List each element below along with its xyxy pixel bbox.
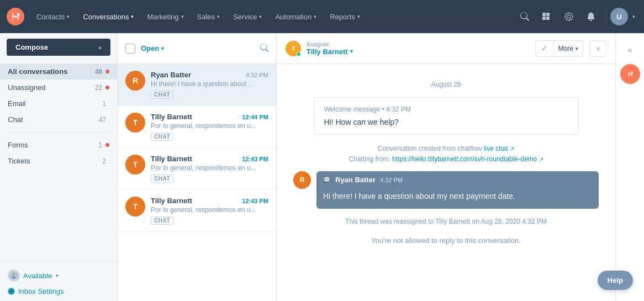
conv-item-3[interactable]: T Tilly Barnett 12:43 PM Por lo general,…: [118, 190, 276, 232]
conv-avatar: T: [125, 197, 145, 216]
chat-bubble: 💬 Ryan Batter 4:32 PM Hi there! I have a…: [316, 171, 599, 209]
date-divider: August 28: [293, 81, 599, 88]
sidebar-item-tickets[interactable]: Tickets 2: [0, 153, 117, 169]
unread-dot: [105, 143, 109, 147]
chevron-down-icon: ▾: [350, 49, 353, 54]
more-button[interactable]: More ▾: [554, 40, 583, 57]
welcome-message-header: Welcome message • 4:32 PM: [324, 105, 568, 113]
inbox-settings-link[interactable]: Inbox Settings: [8, 284, 109, 295]
chevron-down-icon: ▾: [576, 46, 578, 51]
chat-bubble-row: R 💬 Ryan Batter 4:32 PM Hi there! I have…: [293, 171, 599, 209]
sidebar-divider: [8, 132, 109, 133]
welcome-message-text: Hi! How can we help?: [324, 118, 568, 126]
assignee-name-dropdown[interactable]: Tilly Barnett ▾: [307, 47, 353, 56]
conv-item-2[interactable]: T Tilly Barnett 12:43 PM Por lo general,…: [118, 148, 276, 190]
conv-item-0[interactable]: R Ryan Batter 4:32 PM Hi there! I have a…: [118, 64, 276, 106]
status-filter-dropdown[interactable]: Open ▾: [141, 44, 164, 52]
external-link-icon: ↗: [539, 156, 543, 162]
chat-body: August 28 Welcome message • 4:32 PM Hi! …: [277, 64, 615, 301]
bubble-text: Hi there! I have a question about my nex…: [316, 187, 599, 209]
sidebar-item-email[interactable]: Email 1: [0, 96, 117, 112]
chevron-down-icon: ▾: [67, 14, 70, 19]
unread-dot: [105, 86, 109, 89]
sidebar-item-all-conversations[interactable]: All conversations 48: [0, 64, 117, 80]
chatting-from-link[interactable]: https://hello.tillybarnett.com/svh-round…: [392, 155, 543, 163]
hubspot-panel-button[interactable]: [620, 64, 640, 84]
conv-list-header: Open ▾: [118, 33, 276, 64]
conv-avatar: R: [125, 71, 145, 91]
sidebar-bottom: Available ▾ Inbox Settings: [0, 261, 117, 301]
user-menu-chevron[interactable]: ▾: [630, 10, 637, 23]
chevron-down-icon: ▾: [131, 14, 134, 19]
chevron-down-icon: ▾: [56, 273, 59, 278]
check-more-group: ✓ More ▾: [535, 40, 583, 57]
conv-avatar: T: [125, 155, 145, 175]
nav-automation[interactable]: Automation ▾: [270, 9, 322, 24]
right-panel: «: [615, 33, 644, 301]
conv-search-button[interactable]: [260, 44, 268, 54]
left-sidebar: Compose « All conversations 48 Unassigne…: [0, 33, 118, 301]
nav-contacts[interactable]: Contacts ▾: [31, 9, 75, 24]
welcome-message-box: Welcome message • 4:32 PM Hi! How can we…: [314, 97, 579, 135]
user-avatar[interactable]: U: [610, 8, 628, 25]
top-nav: Contacts ▾ Conversations ▾ Marketing ▾ S…: [0, 0, 644, 33]
settings-button[interactable]: [559, 7, 579, 27]
check-button[interactable]: ✓: [535, 40, 554, 57]
chevron-down-icon: ▾: [357, 14, 360, 19]
chat-header-actions: ✓ More ▾ «: [535, 40, 606, 57]
bubble-avatar: R: [293, 171, 311, 189]
assignee-avatar: T: [286, 41, 301, 56]
conv-item-1[interactable]: T Tilly Barnett 12:44 PM Por lo general,…: [118, 106, 276, 148]
chatflow-link[interactable]: live chat ↗: [484, 145, 514, 152]
system-message-chatflow: Conversation created from chatflow live …: [293, 144, 599, 165]
conversation-list: Open ▾ R Ryan Batter 4:32 PM Hi there! I…: [118, 33, 277, 301]
nav-marketing[interactable]: Marketing ▾: [141, 9, 189, 24]
hubspot-logo[interactable]: [7, 8, 24, 25]
chevron-down-icon: ▾: [181, 14, 184, 19]
nav-sales[interactable]: Sales ▾: [192, 9, 226, 24]
message-icon: 💬: [323, 176, 331, 183]
chevron-down-icon: ▾: [217, 14, 220, 19]
collapse-panel-button[interactable]: «: [590, 40, 606, 57]
collapse-icon: «: [98, 44, 102, 51]
collapse-right-button[interactable]: «: [620, 40, 640, 60]
nav-conversations[interactable]: Conversations ▾: [77, 9, 139, 24]
chat-main: T Assignee Tilly Barnett ▾ ✓ More ▾: [277, 33, 615, 301]
nav-reports[interactable]: Reports ▾: [324, 9, 366, 24]
chevron-down-icon: ▾: [259, 14, 262, 19]
unread-dot: [105, 70, 109, 73]
compose-button[interactable]: Compose «: [7, 39, 110, 56]
conv-avatar: T: [125, 113, 145, 133]
reassign-note: This thread was reassigned to Tilly Barn…: [293, 218, 599, 225]
not-allowed-message: You're not allowed to reply to this conv…: [293, 236, 599, 245]
chevron-down-icon: ▾: [161, 46, 164, 51]
sidebar-nav: All conversations 48 Unassigned 22 Email…: [0, 61, 117, 261]
select-all-checkbox[interactable]: [125, 44, 135, 54]
sidebar-item-unassigned[interactable]: Unassigned 22: [0, 80, 117, 96]
search-button[interactable]: [515, 7, 535, 27]
user-availability-avatar: [8, 270, 20, 282]
chevron-down-icon: ▾: [314, 14, 316, 19]
availability-button[interactable]: Available ▾: [8, 267, 109, 284]
online-status-dot: [297, 52, 301, 56]
nav-divider: [605, 8, 606, 25]
chat-header: T Assignee Tilly Barnett ▾ ✓ More ▾: [277, 33, 615, 64]
chevron-down-icon: ▾: [632, 14, 635, 19]
help-button[interactable]: Help: [598, 271, 633, 290]
sidebar-item-chat[interactable]: Chat 47: [0, 112, 117, 128]
external-link-icon: ↗: [510, 146, 514, 152]
main-layout: Compose « All conversations 48 Unassigne…: [0, 33, 644, 301]
nav-service[interactable]: Service ▾: [228, 9, 267, 24]
sidebar-item-forms[interactable]: Forms 1: [0, 137, 117, 153]
notifications-button[interactable]: [581, 7, 601, 27]
marketplace-button[interactable]: [537, 7, 557, 27]
